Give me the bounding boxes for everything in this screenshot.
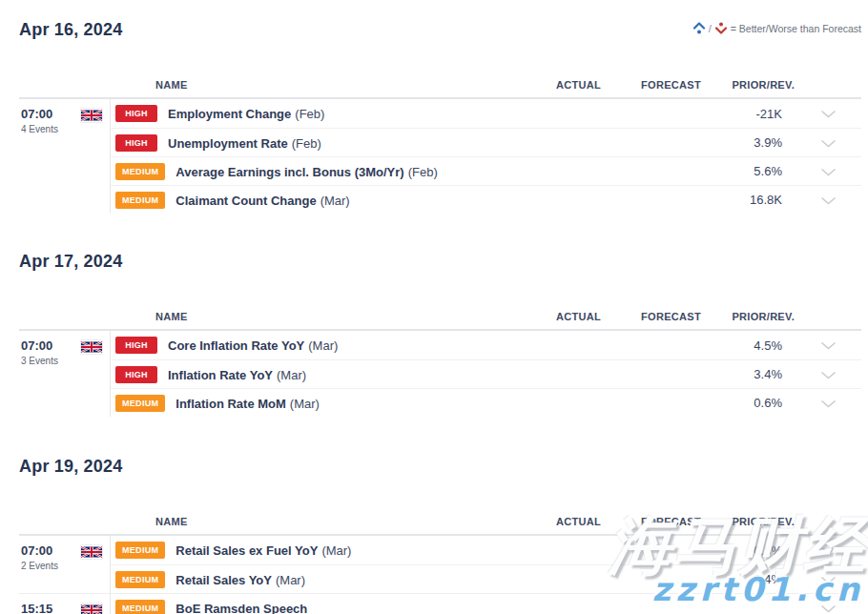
uk-flag-icon [81,604,102,614]
column-header-name: NAME [110,311,496,322]
event-name: Claimant Count Change [176,194,316,208]
chevron-down-icon[interactable] [795,571,861,588]
importance-badge: MEDIUM [115,571,165,588]
event-period: (Mar) [308,338,338,353]
prior-value: -0.5% [701,543,795,558]
prior-value: 3.9% [701,135,795,150]
importance-badge: HIGH [115,366,157,383]
importance-badge: MEDIUM [115,542,165,559]
event-row[interactable]: MEDIUM BoE Ramsden Speech [111,594,861,614]
time-group: 07:00 4 Events HIGH Employment Change(Fe… [19,99,861,214]
chevron-down-icon[interactable] [795,105,861,122]
importance-badge: HIGH [115,134,157,152]
importance-badge: HIGH [115,105,157,122]
chevron-down-icon[interactable] [795,366,861,383]
event-time: 07:00 [21,544,58,558]
calendar-table: NAME ACTUAL FORECAST PRIOR/REV. 07:00 2 … [19,508,861,614]
calendar-table: NAME ACTUAL FORECAST PRIOR/REV. 07:00 4 … [19,72,861,214]
uk-flag-icon [81,109,102,122]
importance-badge: MEDIUM [115,192,165,209]
event-name: Retail Sales YoY [176,573,272,587]
event-name: Retail Sales ex Fuel YoY [176,543,318,558]
calendar-table: NAME ACTUAL FORECAST PRIOR/REV. 07:00 3 … [19,303,861,417]
column-header-forecast: FORECAST [601,79,701,91]
event-row[interactable]: MEDIUM Claimant Count Change(Mar) 16.8K [111,185,861,214]
event-row[interactable]: MEDIUM Retail Sales YoY(Mar) -0.4% [111,564,861,593]
uk-flag-icon [81,340,102,354]
table-header-row: NAME ACTUAL FORECAST PRIOR/REV. [19,508,861,536]
importance-badge: MEDIUM [115,163,165,180]
event-row[interactable]: HIGH Unemployment Rate(Feb) 3.9% [111,128,861,156]
events-count: 4 Events [21,124,58,134]
chevron-down-icon[interactable] [795,192,861,209]
legend-slash: / [709,23,712,34]
column-header-prior: PRIOR/REV. [701,311,795,322]
better-caret-up-dot-icon [692,22,706,34]
event-time: 07:00 [21,108,58,121]
column-header-prior: PRIOR/REV. [701,516,795,527]
column-header-name: NAME [110,516,496,527]
column-header-prior: PRIOR/REV. [701,79,795,91]
event-period: (Mar) [290,397,320,411]
prior-value: 3.4% [701,367,795,381]
event-period: (Feb) [408,165,438,179]
date-header: Apr 17, 2024 [19,214,861,272]
event-period: (Mar) [277,368,306,382]
time-group: 07:00 3 Events HIGH Core Inflation Rate … [19,331,861,417]
importance-badge: MEDIUM [115,395,165,412]
prior-value: -0.4% [701,572,795,586]
event-name: Inflation Rate MoM [176,397,286,411]
importance-badge: HIGH [115,337,157,354]
chevron-down-icon[interactable] [795,600,861,614]
event-name: Inflation Rate YoY [168,368,273,382]
event-period: (Mar) [276,573,305,587]
event-row[interactable]: HIGH Core Inflation Rate YoY(Mar) 4.5% [111,331,861,359]
column-header-actual: ACTUAL [496,79,601,91]
column-header-forecast: FORECAST [601,311,701,322]
event-time: 15:15 [21,603,52,614]
event-row[interactable]: HIGH Employment Change(Feb) -21K [111,99,861,128]
chevron-down-icon[interactable] [795,542,861,559]
event-row[interactable]: MEDIUM Retail Sales ex Fuel YoY(Mar) -0.… [111,536,861,564]
prior-value: 16.8K [701,193,795,207]
event-period: (Feb) [295,107,324,121]
prior-value: 0.6% [701,396,795,410]
column-header-forecast: FORECAST [601,516,701,527]
event-name: Core Inflation Rate YoY [168,338,304,353]
uk-flag-icon [81,545,102,559]
events-count: 2 Events [21,561,58,571]
prior-value: 4.5% [701,338,795,353]
event-name: Employment Change [168,107,291,121]
events-count: 3 Events [21,356,58,366]
chevron-down-icon[interactable] [795,134,861,152]
event-time: 07:00 [21,339,58,353]
event-name: Unemployment Rate [168,136,288,151]
event-period: (Mar) [321,543,351,558]
importance-badge: MEDIUM [115,600,165,614]
table-header-row: NAME ACTUAL FORECAST PRIOR/REV. [19,303,861,331]
event-row[interactable]: MEDIUM Average Earnings incl. Bonus (3Mo… [111,156,861,185]
event-name: Average Earnings incl. Bonus (3Mo/Yr) [176,165,403,179]
event-name: BoE Ramsden Speech [176,602,307,614]
column-header-actual: ACTUAL [496,311,601,322]
date-header: Apr 19, 2024 [19,417,861,477]
legend: / = Better/Worse than Forecast [692,22,861,34]
chevron-down-icon[interactable] [795,395,861,412]
column-header-name: NAME [110,79,496,91]
table-header-row: NAME ACTUAL FORECAST PRIOR/REV. [19,72,861,99]
chevron-down-icon[interactable] [795,337,861,354]
event-period: (Feb) [292,136,321,151]
chevron-down-icon[interactable] [795,163,861,180]
economic-calendar-page: / = Better/Worse than Forecast Apr 16, 2… [0,0,868,614]
legend-text: = Better/Worse than Forecast [731,23,861,34]
event-row[interactable]: MEDIUM Inflation Rate MoM(Mar) 0.6% [111,388,861,417]
time-group: 07:00 2 Events MEDIUM Retail Sales ex Fu… [19,536,861,593]
time-group: 15:15 MEDIUM BoE Ramsden Speech [19,593,861,614]
event-row[interactable]: HIGH Inflation Rate YoY(Mar) 3.4% [111,359,861,388]
column-header-actual: ACTUAL [496,516,601,527]
event-period: (Mar) [320,194,350,208]
worse-caret-down-dot-icon [714,22,728,34]
prior-value: 5.6% [701,164,795,178]
prior-value: -21K [701,107,795,121]
